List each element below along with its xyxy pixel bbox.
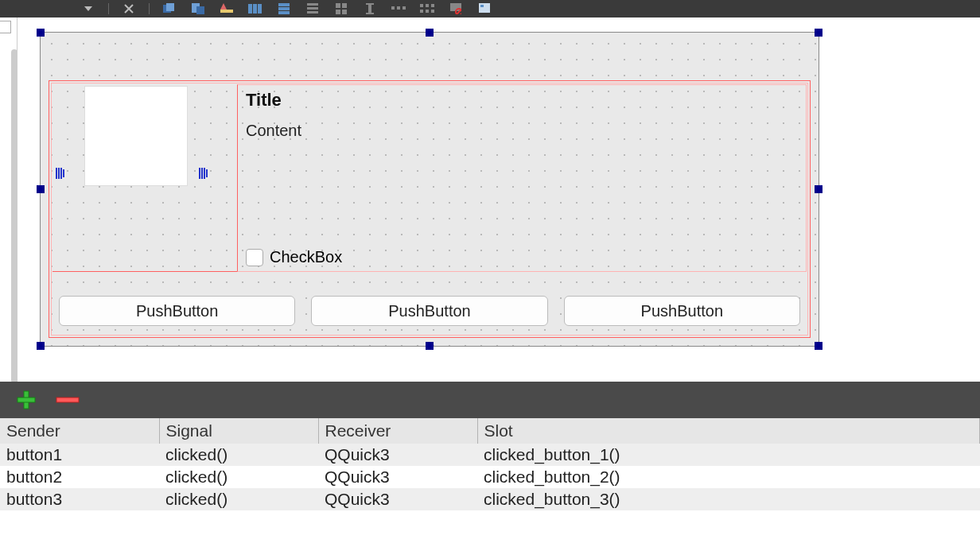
svg-rect-25 (426, 4, 429, 7)
svg-rect-34 (480, 5, 484, 7)
panel-tab[interactable] (0, 21, 11, 33)
header-slot[interactable]: Slot (477, 418, 980, 444)
push-button-2[interactable]: PushButton (311, 296, 547, 326)
cell-signal[interactable]: clicked() (159, 488, 318, 510)
toolbar-divider (108, 3, 109, 14)
table-row[interactable]: button1 clicked() QQuick3 clicked_button… (0, 444, 980, 466)
signals-slots-panel: Sender Signal Receiver Slot button1 clic… (0, 382, 980, 547)
svg-rect-22 (397, 6, 400, 10)
edit-icon[interactable] (218, 2, 235, 15)
cell-signal[interactable]: clicked() (159, 444, 318, 466)
push-button-3[interactable]: PushButton (564, 296, 800, 326)
layout-vertical-icon[interactable] (275, 2, 293, 15)
content-label[interactable]: Content (246, 122, 798, 140)
text-area: Title Content CheckBox (237, 84, 807, 272)
checkbox-box[interactable] (246, 249, 263, 266)
svg-rect-16 (336, 10, 340, 14)
cell-sender[interactable]: button1 (0, 444, 159, 466)
svg-rect-37 (56, 398, 79, 402)
svg-rect-19 (366, 3, 374, 5)
upper-layout: Title Content CheckBox (52, 84, 807, 272)
svg-rect-4 (220, 10, 233, 13)
cell-slot[interactable]: clicked_button_3() (477, 488, 980, 510)
table-header-row: Sender Signal Receiver Slot (0, 418, 980, 444)
resize-handle[interactable] (815, 185, 822, 193)
svg-rect-21 (391, 6, 395, 10)
design-canvas[interactable]: Title Content CheckBox PushButton PushBu… (24, 17, 980, 382)
svg-rect-11 (307, 3, 318, 6)
resize-handle[interactable] (815, 29, 822, 37)
cell-receiver[interactable]: QQuick3 (318, 488, 477, 510)
checkbox-label: CheckBox (270, 248, 342, 266)
resize-handle[interactable] (426, 29, 434, 37)
cell-slot[interactable]: clicked_button_2() (477, 466, 980, 488)
header-signal[interactable]: Signal (159, 418, 318, 444)
layout-stack-icon[interactable] (304, 2, 321, 15)
svg-rect-1 (166, 3, 174, 11)
svg-rect-8 (278, 3, 290, 6)
svg-rect-26 (431, 4, 434, 7)
svg-rect-5 (248, 4, 252, 14)
cell-sender[interactable]: button2 (0, 466, 159, 488)
svg-rect-14 (336, 3, 340, 8)
svg-rect-18 (368, 3, 371, 14)
svg-rect-13 (307, 11, 318, 14)
spacer-icon (199, 167, 208, 179)
svg-rect-6 (253, 4, 257, 14)
cell-receiver[interactable]: QQuick3 (318, 444, 477, 466)
table-row[interactable]: button2 clicked() QQuick3 clicked_button… (0, 466, 980, 488)
cell-receiver[interactable]: QQuick3 (318, 466, 477, 488)
disabled-icon[interactable] (447, 2, 465, 15)
svg-rect-33 (479, 3, 490, 13)
svg-rect-10 (278, 11, 290, 14)
button-row: PushButton PushButton PushButton (59, 296, 800, 326)
svg-rect-29 (431, 10, 434, 13)
dots-3-icon[interactable] (390, 2, 407, 15)
copy-icon[interactable] (161, 2, 178, 15)
signals-table[interactable]: Sender Signal Receiver Slot button1 clic… (0, 418, 980, 510)
add-connection-button[interactable] (14, 388, 38, 412)
checkbox[interactable]: CheckBox (246, 248, 342, 266)
grid-small-icon[interactable] (332, 2, 350, 15)
svg-rect-20 (366, 13, 374, 14)
layout-outline: Title Content CheckBox PushButton PushBu… (49, 80, 811, 338)
spacer-icon (56, 167, 65, 179)
svg-rect-12 (307, 7, 318, 10)
header-receiver[interactable]: Receiver (318, 418, 477, 444)
svg-rect-9 (278, 7, 290, 10)
close-icon[interactable] (120, 2, 138, 15)
header-sender[interactable]: Sender (0, 418, 159, 444)
table-row[interactable]: button3 clicked() QQuick3 clicked_button… (0, 488, 980, 510)
document-icon[interactable] (476, 2, 493, 15)
remove-connection-button[interactable] (56, 394, 80, 406)
title-label[interactable]: Title (246, 90, 798, 111)
toolbar-divider (149, 3, 150, 14)
cell-slot[interactable]: clicked_button_1() (477, 444, 980, 466)
resize-handle[interactable] (37, 185, 45, 193)
scrollbar[interactable] (11, 49, 18, 383)
svg-rect-36 (18, 398, 35, 402)
cell-sender[interactable]: button3 (0, 488, 159, 510)
svg-rect-24 (420, 4, 423, 7)
svg-rect-23 (402, 6, 406, 10)
resize-handle[interactable] (815, 342, 822, 350)
vertical-spacer-icon[interactable] (361, 2, 379, 15)
cell-signal[interactable]: clicked() (159, 466, 318, 488)
paste-icon[interactable] (189, 2, 207, 15)
form-widget[interactable]: Title Content CheckBox PushButton PushBu… (40, 32, 819, 347)
resize-handle[interactable] (37, 342, 45, 350)
svg-rect-7 (258, 4, 262, 14)
image-placeholder[interactable] (84, 86, 188, 186)
dropdown-icon[interactable] (80, 2, 97, 15)
push-button-1[interactable]: PushButton (59, 296, 295, 326)
svg-rect-27 (420, 10, 423, 13)
layout-horizontal-icon[interactable] (247, 2, 264, 15)
main-toolbar (0, 0, 980, 17)
resize-handle[interactable] (426, 342, 434, 350)
svg-rect-28 (426, 10, 429, 13)
resize-handle[interactable] (37, 29, 45, 37)
svg-rect-15 (342, 3, 347, 8)
svg-rect-3 (196, 6, 204, 14)
grid-icon[interactable] (418, 2, 436, 15)
signals-toolbar (0, 382, 980, 418)
